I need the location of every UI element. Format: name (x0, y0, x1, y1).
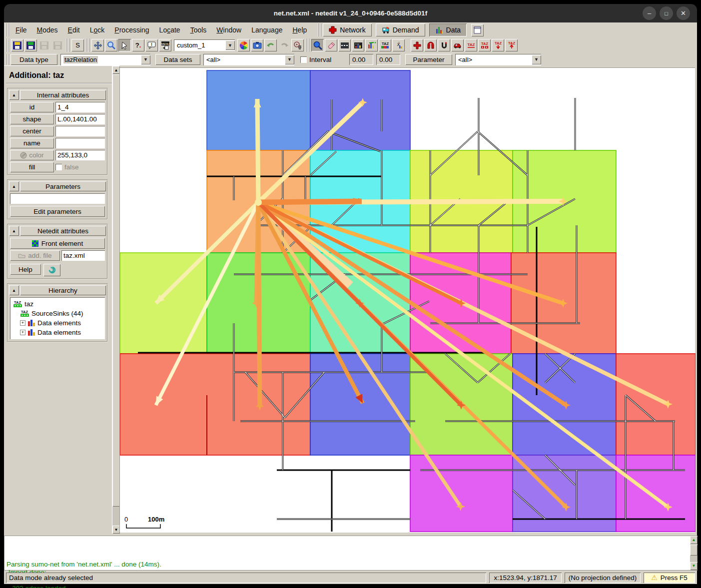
taz-relation-line[interactable] (258, 202, 260, 406)
hierarchy-item[interactable]: TAZtaz (11, 299, 104, 309)
taz-zone[interactable] (616, 354, 696, 455)
taz-edit-shortcut-button[interactable]: TAZ (465, 39, 477, 51)
collapse-arrow-icon[interactable]: ▲ (9, 181, 19, 191)
save-network-button[interactable] (11, 39, 23, 51)
front-element-button[interactable]: Front element (10, 238, 105, 249)
attribute-label-color[interactable]: color (10, 150, 54, 160)
netedit-attributes-header[interactable]: Netedit attributes (20, 226, 106, 236)
message-log[interactable]: ▲ ▼ Parsing sumo-net from 'net.net.xml' … (4, 536, 698, 571)
color-scheme-combobox[interactable]: custom_1 ▼ (174, 39, 235, 51)
menu-item-window[interactable]: Window (211, 24, 246, 36)
interval-toggle[interactable]: Interval (300, 56, 346, 63)
attribute-value-field[interactable]: 255,133,0 (55, 150, 105, 160)
collapse-arrow-icon[interactable]: ▲ (9, 285, 19, 295)
chevron-down-icon[interactable]: ▼ (532, 55, 541, 64)
tooltip-bubble-button[interactable]: ! (145, 39, 158, 51)
parameter-combobox[interactable]: <all> ▼ (455, 54, 541, 65)
attribute-value-field[interactable] (55, 126, 105, 136)
attribute-value-field[interactable]: 1_4 (55, 102, 105, 112)
menu-item-edit[interactable]: Edit (63, 24, 85, 36)
taz-zone[interactable] (310, 354, 410, 455)
save-plain-xml-button[interactable] (24, 39, 37, 51)
toolbar-drag-handle-2[interactable] (66, 38, 69, 52)
cursor-mode-button[interactable] (118, 39, 131, 51)
toolbar-drag-handle-1[interactable] (5, 38, 9, 52)
filterbar-drag-handle[interactable] (5, 54, 9, 65)
data-sets-combobox[interactable]: <all> ▼ (203, 54, 294, 65)
scroll-down-icon[interactable]: ▼ (690, 562, 698, 570)
edit-parameters-button[interactable]: Edit parameters (10, 206, 105, 217)
scroll-up-icon[interactable]: ▲ (690, 536, 698, 544)
supermode-drag-handle[interactable] (318, 23, 321, 36)
attribute-value-field[interactable]: L.00,1401.00 (55, 114, 105, 124)
menu-item-language[interactable]: Language (246, 24, 287, 36)
help-button[interactable]: Help (10, 264, 41, 275)
menu-item-locate[interactable]: Locate (154, 24, 185, 36)
taz-zone[interactable] (513, 455, 616, 532)
supermode-data-button[interactable]: Data (429, 23, 467, 36)
taz-relation-line[interactable] (257, 99, 258, 202)
taz-fill-shortcut-button[interactable]: TAZ (478, 39, 491, 51)
internal-attributes-header[interactable]: Internal attributes (20, 90, 106, 100)
reset-button[interactable] (43, 264, 60, 276)
toolbar-drag-handle-4[interactable] (306, 38, 309, 52)
chevron-down-icon[interactable]: ▼ (225, 40, 235, 50)
hierarchy-item[interactable]: TAZSourceSinks (44) (11, 309, 104, 318)
locate-options-button[interactable] (291, 39, 304, 51)
hierarchy-item[interactable]: +Data elements (11, 318, 104, 328)
magnet-shortcut-button[interactable] (438, 39, 450, 51)
parameters-header[interactable]: Parameters (20, 181, 106, 191)
supermode-demand-button[interactable]: Demand (376, 23, 425, 36)
stop-shortcut-button[interactable] (424, 39, 437, 51)
edge-rel-data-mode-button[interactable] (365, 39, 378, 51)
collapse-arrow-icon[interactable]: ▲ (9, 226, 19, 236)
menu-item-tools[interactable]: Tools (185, 24, 212, 36)
minimize-button[interactable]: – (643, 6, 656, 20)
maximize-button[interactable]: □ (660, 6, 673, 20)
zoom-extent-button[interactable] (105, 39, 117, 51)
attribute-label-fill[interactable]: fill (10, 162, 54, 172)
close-button[interactable]: ✕ (677, 6, 690, 20)
expander-icon[interactable]: + (20, 320, 25, 326)
supermode-network-button[interactable]: Network (323, 23, 371, 36)
relation-hub-point[interactable] (255, 199, 262, 206)
taz-sink-shortcut-button[interactable]: TAZ (505, 39, 518, 51)
data-sets-label-button[interactable]: Data sets (155, 54, 200, 65)
chevron-down-icon[interactable]: ▼ (141, 55, 150, 64)
edge-data-mode-button[interactable] (352, 39, 364, 51)
data-type-label-button[interactable]: Data type (10, 54, 57, 65)
collapse-arrow-icon[interactable]: ▲ (9, 90, 19, 100)
parameters-field[interactable] (10, 193, 105, 204)
help-question-button[interactable]: ?. (132, 39, 144, 51)
attribute-label-name[interactable]: name (10, 138, 54, 148)
hierarchy-tree[interactable]: TAZtazTAZSourceSinks (44)+Data elements+… (10, 297, 105, 339)
scrollbar-thumb[interactable] (690, 545, 698, 556)
sidebar-scrollbar[interactable]: ▲ ▼ (112, 66, 119, 534)
screenshot-camera-button[interactable] (251, 39, 263, 51)
hierarchy-item[interactable]: +Data elements (11, 328, 104, 337)
expander-icon[interactable]: + (20, 330, 25, 335)
taz-rel-data-mode-button[interactable]: TAZ (379, 39, 391, 51)
menu-item-modes[interactable]: Modes (32, 24, 63, 36)
mean-data-mode-button[interactable]: x̄ (392, 39, 405, 51)
menu-item-processing[interactable]: Processing (109, 24, 154, 36)
junction-shortcut-button[interactable] (411, 39, 423, 51)
taz-zone[interactable] (120, 354, 310, 455)
menu-tooltip-button[interactable]: MENU (159, 39, 171, 51)
fill-checkbox[interactable] (55, 164, 62, 170)
interval-begin-field[interactable]: 0.00 (349, 54, 373, 65)
color-wheel-button[interactable] (237, 39, 250, 51)
menu-item-lock[interactable]: Lock (85, 24, 110, 36)
move-view-button[interactable] (91, 39, 104, 51)
window-titlebar[interactable]: net.net.xml - netedit v1_24_0+0946-0e588… (4, 4, 697, 22)
interval-checkbox[interactable] (300, 56, 307, 63)
data-type-combobox[interactable]: tazRelation ▼ (60, 54, 150, 65)
menu-item-file[interactable]: File (10, 24, 32, 36)
scrollbar-thumb[interactable] (112, 74, 120, 507)
taz-relation-line[interactable] (258, 201, 362, 202)
additional-file-field[interactable]: taz.xml (61, 250, 105, 261)
scroll-up-icon[interactable]: ▲ (112, 66, 120, 74)
taz-zone[interactable] (616, 455, 696, 532)
interval-end-field[interactable]: 0.00 (376, 54, 400, 65)
attribute-label-center[interactable]: center (10, 126, 54, 136)
